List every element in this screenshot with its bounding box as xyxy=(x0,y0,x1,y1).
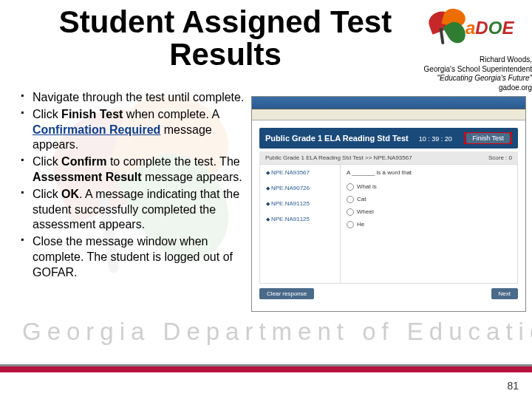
question-text: A _______ is a word that xyxy=(347,169,511,176)
score-display: Score : 0 xyxy=(488,154,512,161)
instruction-list: Navigate through the test until complete… xyxy=(21,90,246,282)
footer-accent-bar xyxy=(0,366,532,372)
background-dept-text: Georgia Department of Education xyxy=(22,318,532,346)
window-titlebar xyxy=(252,97,525,109)
list-item: Navigate through the test until complete… xyxy=(21,90,246,106)
list-item: Click OK. A message indicating that the … xyxy=(21,187,246,233)
next-button[interactable]: Next xyxy=(491,288,518,299)
list-item: Click Finish Test when complete. A Confi… xyxy=(21,107,246,153)
list-item: Close the message window when complete. … xyxy=(21,234,246,280)
window-menubar xyxy=(252,109,525,120)
question-nav-item[interactable]: NPE.NA90726 xyxy=(263,185,337,191)
list-item: Click Confirm to complete the test. The … xyxy=(21,154,246,185)
site-url: gadoe.org xyxy=(406,83,532,93)
embedded-app-screenshot: Public Grade 1 ELA Reading Std Test10 : … xyxy=(251,96,526,312)
test-header-bar: Public Grade 1 ELA Reading Std Test10 : … xyxy=(259,128,518,149)
superintendent-role: Georgia's School Superintendent xyxy=(406,65,532,75)
question-nav-panel: NPE.NA93567 NPE.NA90726 NPE.NA91125 NPE.… xyxy=(260,165,341,283)
answer-option[interactable]: What is xyxy=(347,183,511,190)
answer-option[interactable]: Cat xyxy=(347,196,511,202)
motto: "Educating Georgia's Future" xyxy=(406,74,532,83)
clear-response-button[interactable]: Clear response xyxy=(259,288,314,299)
superintendent-name: Richard Woods, xyxy=(406,55,532,65)
gadoe-logo: aDOE xyxy=(414,7,525,52)
finish-test-button[interactable]: Finish Test xyxy=(466,133,510,143)
finish-test-highlight: Finish Test xyxy=(464,132,512,144)
answer-option[interactable]: Wheel xyxy=(347,208,511,215)
test-title: Public Grade 1 ELA Reading Std Test10 : … xyxy=(265,134,452,143)
question-nav-item[interactable]: NPE.NA91125 xyxy=(263,200,337,207)
breadcrumb-path: Public Grade 1 ELA Reading Std Test >> N… xyxy=(265,154,412,161)
attribution-block: Richard Woods, Georgia's School Superint… xyxy=(406,55,532,92)
answer-option[interactable]: He xyxy=(347,221,511,228)
question-nav-item[interactable]: NPE.NA93567 xyxy=(263,169,337,176)
page-number: 81 xyxy=(507,380,519,392)
test-timer: 10 : 39 : 20 xyxy=(419,135,452,143)
question-panel: A _______ is a word that What is Cat Whe… xyxy=(341,165,517,283)
breadcrumb-bar: Public Grade 1 ELA Reading Std Test >> N… xyxy=(259,151,518,164)
slide-title: Student Assigned Test Results xyxy=(41,6,410,71)
question-nav-item[interactable]: NPE.NA91125 xyxy=(263,216,337,222)
